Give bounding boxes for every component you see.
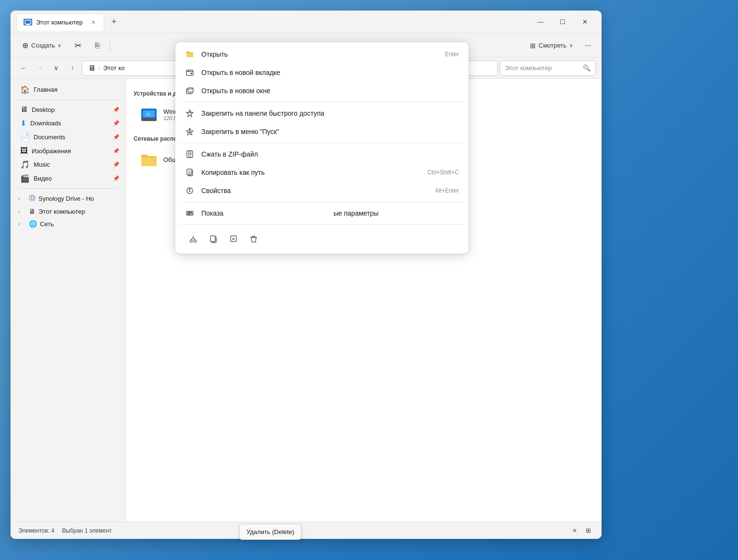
menu-item-open-new-tab[interactable]: Открыть в новой вкладке bbox=[175, 63, 468, 82]
menu-item-zip[interactable]: ZIP Сжать в ZIP-файл bbox=[175, 145, 468, 163]
maximize-button[interactable]: ☐ bbox=[552, 14, 574, 30]
pin-quick-icon bbox=[185, 109, 195, 118]
dropdown-button[interactable]: ∨ bbox=[49, 61, 63, 75]
close-button[interactable]: ✕ bbox=[574, 14, 596, 30]
forward-button: → bbox=[33, 61, 47, 75]
computer-icon: 🖥 bbox=[29, 207, 36, 215]
menu-divider-3 bbox=[180, 202, 464, 202]
address-pc-icon: 🖥 bbox=[88, 64, 96, 73]
documents-label: Documents bbox=[34, 134, 65, 141]
copy-path-icon bbox=[185, 168, 195, 177]
view-button[interactable]: ⊞ Смотреть ∨ bbox=[524, 39, 578, 52]
menu-item-open[interactable]: Открыть Enter bbox=[175, 45, 468, 63]
sidebar-item-music[interactable]: 🎵 Music 📌 bbox=[12, 158, 123, 171]
create-button[interactable]: ⊕ Создать ∨ bbox=[16, 38, 67, 53]
network-label: Сеть bbox=[40, 220, 54, 228]
tab-close-button[interactable]: ✕ bbox=[89, 18, 97, 26]
sidebar-item-home[interactable]: 🏠 Главная bbox=[12, 83, 123, 97]
create-plus-icon: ⊕ bbox=[22, 41, 28, 50]
open-new-window-label: Открыть в новом окне bbox=[201, 87, 459, 95]
properties-shortcut: Alt+Enter bbox=[435, 187, 459, 194]
sidebar-item-network[interactable]: › 🌐 Сеть bbox=[12, 218, 123, 230]
menu-item-properties[interactable]: Свойства Alt+Enter bbox=[175, 182, 468, 200]
svg-rect-0 bbox=[25, 20, 31, 24]
show-more-label: Показа bbox=[201, 209, 327, 217]
new-tab-button[interactable]: + bbox=[106, 14, 122, 30]
copy-button[interactable]: ⎘ bbox=[89, 38, 106, 53]
synology-label: Synology Drive - Hо bbox=[38, 195, 94, 202]
pictures-icon: 🖼 bbox=[20, 146, 28, 155]
svg-text:C:: C: bbox=[147, 112, 151, 117]
video-label: Видео bbox=[34, 175, 52, 182]
sidebar: 🏠 Главная 🖥 Desktop 📌 ⬇ Downloads 📌 📄 Do… bbox=[11, 79, 126, 522]
system-drive-icon: C: bbox=[139, 105, 159, 124]
menu-delete-button[interactable] bbox=[246, 231, 262, 247]
music-icon: 🎵 bbox=[20, 160, 30, 169]
show-more-suffix: ые параметры bbox=[333, 209, 459, 217]
sidebar-item-documents[interactable]: 📄 Documents 📌 bbox=[12, 130, 123, 144]
menu-rename-button[interactable]: A bbox=[225, 231, 242, 247]
sidebar-item-desktop[interactable]: 🖥 Desktop 📌 bbox=[12, 103, 123, 116]
search-icon: 🔍 bbox=[583, 64, 590, 72]
copy-path-label: Копировать как путь bbox=[201, 169, 421, 176]
synology-expand-icon: › bbox=[18, 196, 26, 201]
menu-toolbar: A bbox=[175, 227, 468, 251]
more-options-button[interactable]: ··· bbox=[580, 38, 596, 53]
network-expand-icon: › bbox=[18, 221, 26, 227]
show-more-icon bbox=[185, 208, 195, 218]
create-label: Создать bbox=[31, 42, 55, 49]
video-icon: 🎬 bbox=[20, 174, 30, 183]
sidebar-item-downloads[interactable]: ⬇ Downloads 📌 bbox=[12, 116, 123, 130]
downloads-icon: ⬇ bbox=[20, 119, 26, 128]
sidebar-item-pictures[interactable]: 🖼 Изображения 📌 bbox=[12, 144, 123, 158]
computer-label: Этот компьютер bbox=[38, 208, 85, 215]
minimize-button[interactable]: — bbox=[529, 14, 552, 30]
menu-item-pin-quick[interactable]: Закрепить на панели быстрого доступа bbox=[175, 104, 468, 122]
sidebar-item-video[interactable]: 🎬 Видео 📌 bbox=[12, 171, 123, 185]
desktop-icon: 🖥 bbox=[20, 105, 28, 114]
up-button[interactable]: ↑ bbox=[65, 61, 80, 75]
view-chevron-icon: ∨ bbox=[569, 43, 573, 48]
selected-count: Выбран 1 элемент bbox=[62, 527, 111, 534]
network-folder-icon bbox=[139, 150, 159, 169]
back-button[interactable]: ← bbox=[16, 61, 31, 75]
view-icon: ⊞ bbox=[530, 42, 536, 49]
network-icon: 🌐 bbox=[29, 220, 37, 228]
music-pin-icon: 📌 bbox=[113, 161, 120, 168]
sidebar-item-synology[interactable]: › Ⓓ Synology Drive - Hо bbox=[12, 192, 123, 205]
active-tab[interactable]: Этот компьютер ✕ bbox=[16, 13, 104, 31]
menu-item-pin-start[interactable]: Закрепить в меню "Пуск" bbox=[175, 122, 468, 141]
menu-divider-2 bbox=[180, 143, 464, 143]
menu-item-copy-path[interactable]: Копировать как путь Ctrl+Shift+C bbox=[175, 163, 468, 182]
pin-start-icon bbox=[185, 127, 195, 136]
svg-point-26 bbox=[194, 240, 197, 243]
svg-text:ZIP: ZIP bbox=[188, 152, 192, 155]
copy-icon: ⎘ bbox=[95, 41, 100, 50]
elements-count: Элементов: 4 bbox=[18, 527, 54, 534]
toolbar-separator bbox=[110, 40, 110, 51]
grid-view-button[interactable]: ⊞ bbox=[582, 525, 594, 536]
properties-label: Свойства bbox=[201, 187, 428, 195]
cut-button[interactable]: ✂ bbox=[69, 37, 87, 54]
home-icon: 🏠 bbox=[20, 85, 30, 94]
menu-copy-button[interactable] bbox=[205, 231, 221, 247]
pin-start-label: Закрепить в меню "Пуск" bbox=[201, 128, 459, 135]
sidebar-item-this-computer[interactable]: › 🖥 Этот компьютер bbox=[12, 205, 123, 218]
desktop-label: Desktop bbox=[32, 106, 55, 113]
window-controls: — ☐ ✕ bbox=[529, 14, 596, 30]
menu-divider-4 bbox=[180, 224, 464, 225]
create-chevron-icon: ∨ bbox=[58, 43, 61, 48]
cut-icon: ✂ bbox=[74, 40, 82, 51]
open-icon bbox=[185, 49, 195, 59]
context-menu: Открыть Enter Открыть в новой вкладке От… bbox=[175, 42, 468, 254]
svg-rect-5 bbox=[141, 118, 157, 121]
list-view-button[interactable]: ≡ bbox=[569, 525, 580, 536]
documents-pin-icon: 📌 bbox=[113, 134, 120, 140]
view-buttons: ≡ ⊞ bbox=[569, 525, 594, 536]
menu-item-show-more[interactable]: Показа ые параметры bbox=[175, 204, 468, 222]
menu-divider-1 bbox=[180, 102, 464, 102]
search-box[interactable]: Этот компьютер 🔍 bbox=[500, 61, 596, 76]
menu-cut-button[interactable] bbox=[185, 231, 201, 247]
downloads-label: Downloads bbox=[30, 120, 61, 127]
menu-item-open-new-window[interactable]: Открыть в новом окне bbox=[175, 82, 468, 100]
